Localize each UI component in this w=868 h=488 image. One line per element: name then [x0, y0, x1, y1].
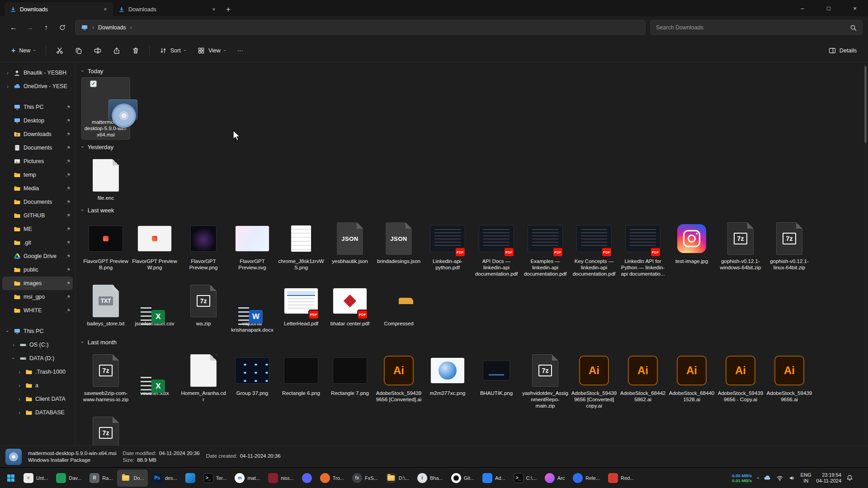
- file-examples-linkedin-api-documentation-pdf[interactable]: PDFExamples — linkedin-api documentation…: [521, 217, 569, 278]
- share-button[interactable]: [108, 43, 125, 58]
- taskbar-app-c[interactable]: >_C:\...: [510, 469, 540, 487]
- sidebar-item-temp[interactable]: temp: [2, 168, 73, 182]
- notification-bell-icon[interactable]: [846, 474, 853, 481]
- chevron-down-icon[interactable]: ›: [11, 356, 16, 361]
- file-yesbhautik-json[interactable]: JSONyesbhautik.json: [326, 217, 374, 278]
- file-bhautik-png[interactable]: BHAUTIK.png: [472, 349, 520, 410]
- file-bhatar-center-pdf[interactable]: PDFbhatar center.pdf: [326, 279, 374, 334]
- sidebar-item-this-pc[interactable]: ›This PC: [2, 324, 73, 338]
- sidebar-item-this-pc[interactable]: This PC: [2, 100, 73, 114]
- tab-downloads-1[interactable]: Downloads ×: [5, 2, 113, 16]
- sort-button[interactable]: Sort ›: [155, 43, 191, 58]
- file-group-37-png[interactable]: Group 37.png: [228, 349, 276, 410]
- chevron-right-icon[interactable]: ›: [5, 84, 10, 89]
- chevron-right-icon[interactable]: ›: [17, 369, 22, 375]
- up-button[interactable]: ↑: [38, 20, 54, 35]
- file-key-concepts-linkedin-api-documentation-pd[interactable]: PDFKey Concepts — linkedin-api documenta…: [570, 217, 618, 278]
- view-button[interactable]: View ›: [193, 43, 231, 58]
- wifi-icon[interactable]: [776, 474, 783, 482]
- chevron-down-icon[interactable]: ›: [5, 328, 10, 334]
- sidebar-item-a[interactable]: ›a: [2, 379, 73, 392]
- tray-overflow-chevron-icon[interactable]: ›: [755, 477, 760, 479]
- file-wa-zip[interactable]: 7zwa.zip: [179, 279, 227, 334]
- vertical-scrollbar[interactable]: [864, 66, 867, 442]
- volume-icon[interactable]: [788, 474, 796, 482]
- file-brindadesings-json[interactable]: JSONbrindadesings.json: [375, 217, 423, 278]
- section-header-last-month[interactable]: ›Last month: [82, 335, 862, 349]
- file-adobestock-594399656-converted-copy-ai[interactable]: AiAdobeStock_594399656 [Converted] copy.…: [570, 349, 618, 410]
- breadcrumb[interactable]: Downloads: [98, 24, 126, 31]
- file-adobestock-684425862-ai[interactable]: AiAdobeStock_684425862.ai: [619, 349, 667, 410]
- sidebar-item-client-data[interactable]: ›Client DATA: [2, 392, 73, 406]
- more-button[interactable]: ···: [232, 43, 248, 58]
- close-tab-icon[interactable]: ×: [101, 5, 109, 14]
- close-tab-icon[interactable]: ×: [210, 5, 218, 14]
- section-header-yesterday[interactable]: ›Yesterday: [82, 140, 862, 154]
- search-input[interactable]: [656, 24, 846, 31]
- details-toggle-button[interactable]: Details: [824, 43, 862, 58]
- sidebar-item-git[interactable]: .git: [2, 236, 73, 249]
- file-rectangle-7-png[interactable]: Rectangle 7.png: [326, 349, 374, 410]
- file-gophish-v0-12-1-linux-64bit-zip[interactable]: 7zgophish-v0.12.1-linux-64bit.zip: [765, 217, 813, 278]
- taskbar-app-mat[interactable]: mmat...: [231, 469, 264, 487]
- taskbar-app-bha[interactable]: iBha...: [414, 469, 447, 487]
- taskbar-app-unt[interactable]: ≡Unt...: [20, 469, 52, 487]
- refresh-button[interactable]: [54, 20, 71, 35]
- file-chrome-j8sk1zrvws-png[interactable]: chrome_J8sk1zrvWS.png: [277, 217, 325, 278]
- file-document-zip[interactable]: 7zDOCUMENT.zip: [82, 411, 130, 446]
- taskbar-app-dav[interactable]: Dav...: [52, 469, 85, 487]
- taskbar-app-ad[interactable]: Ad...: [479, 469, 509, 487]
- scrollbar-thumb[interactable]: [864, 66, 867, 143]
- sidebar-item-media[interactable]: Media: [2, 182, 73, 195]
- chevron-right-icon[interactable]: ›: [17, 396, 22, 402]
- file-flavorgpt-preview-b-png[interactable]: FlavorGPT Preview B.png: [82, 217, 130, 278]
- sidebar-item-database[interactable]: ›DATABASE: [2, 406, 73, 419]
- sidebar-item-onedrive-yese[interactable]: ›OneDrive - YESE: [2, 80, 73, 93]
- section-header-last-week[interactable]: ›Last week: [82, 203, 862, 217]
- taskbar-app-fxs[interactable]: fxFxS...: [349, 469, 382, 487]
- file-flavorgpt-preview-w-png[interactable]: FlavorGPT Preview W.png: [131, 217, 179, 278]
- file-test-image-jpg[interactable]: test-image.jpg: [668, 217, 716, 278]
- file-adobestock-684401528-ai[interactable]: AiAdobeStock_684401528.ai: [668, 349, 716, 410]
- file-m2m377xc-png[interactable]: m2m377xc.png: [424, 349, 472, 410]
- address-bar[interactable]: › Downloads ›: [75, 20, 646, 35]
- file-rectangle-6-png[interactable]: Rectangle 6.png: [277, 349, 325, 410]
- file-gophish-v0-12-1-windows-64bit-zip[interactable]: 7zgophish-v0.12.1-windows-64bit.zip: [717, 217, 764, 278]
- checkbox-checked-icon[interactable]: ✓: [90, 80, 97, 87]
- sidebar-item-downloads[interactable]: Downloads: [2, 127, 73, 141]
- file-vajubhai-krishanapark-docx[interactable]: Wvajubhai krishanapark.docx: [228, 279, 276, 334]
- file-linkedin-api-for-python-linkedin-api-docum[interactable]: PDFLinkedIn API for Python — linkedin-ap…: [619, 217, 667, 278]
- file-homem-aranha-cdr[interactable]: Homem_Aranha.cdr: [179, 349, 227, 410]
- taskbar-app-ter[interactable]: >_Ter...: [200, 469, 231, 487]
- taskbar-app-niss[interactable]: niss...: [264, 469, 297, 487]
- sidebar-item-documents[interactable]: Documents: [2, 195, 73, 209]
- taskbar-app-discord[interactable]: [298, 469, 316, 487]
- sidebar-item-trash-1000[interactable]: ›.Trash-1000: [2, 365, 73, 379]
- taskbar-app-ra[interactable]: RRa...: [86, 469, 116, 487]
- file-adobestock-594399656-ai[interactable]: AiAdobeStock_594399656.ai: [765, 349, 813, 410]
- file-voucher-xlsx[interactable]: Xvoucher.xlsx: [131, 349, 179, 410]
- back-button[interactable]: ←: [5, 20, 22, 35]
- maximize-button[interactable]: □: [816, 0, 842, 16]
- tab-downloads-2[interactable]: Downloads ×: [113, 2, 222, 16]
- file-api-docs-linkedin-api-documentation-pdf[interactable]: PDFAPI Docs — linkedin-api documentation…: [472, 217, 520, 278]
- onedrive-cloud-icon[interactable]: [764, 474, 771, 482]
- sidebar-item-me[interactable]: ME: [2, 222, 73, 236]
- copy-button[interactable]: [70, 43, 87, 58]
- taskbar-app-tro[interactable]: Tro...: [316, 469, 348, 487]
- file-compressed[interactable]: Compressed: [375, 279, 423, 334]
- sidebar-item-public[interactable]: public: [2, 263, 73, 277]
- taskbar-app-git[interactable]: Git...: [448, 469, 478, 487]
- sidebar-item-white[interactable]: WHITE: [2, 304, 73, 317]
- file-letterhead-pdf[interactable]: PDFLetterHead.pdf: [277, 279, 325, 334]
- language-indicator[interactable]: ENG IN: [801, 472, 811, 483]
- taskbar-app-do[interactable]: Do...: [117, 469, 147, 487]
- file-saveweb2zip-com-www-harness-io-zip[interactable]: 7zsaveweb2zip-com-www-harness-io.zip: [82, 349, 130, 410]
- file-file-enc[interactable]: file.enc: [82, 154, 130, 202]
- taskbar-app-vscode[interactable]: [182, 469, 199, 487]
- sidebar-item-os-c[interactable]: ›OS (C:): [2, 338, 73, 352]
- taskbar-app-rele[interactable]: Rele...: [569, 469, 604, 487]
- file-adobestock-594399656-copy-ai[interactable]: AiAdobeStock_594399656 - Copy.ai: [717, 349, 764, 410]
- file-baileys-store-txt[interactable]: TXTbaileys_store.txt: [82, 279, 130, 334]
- sidebar-item-pictures[interactable]: Pictures: [2, 155, 73, 168]
